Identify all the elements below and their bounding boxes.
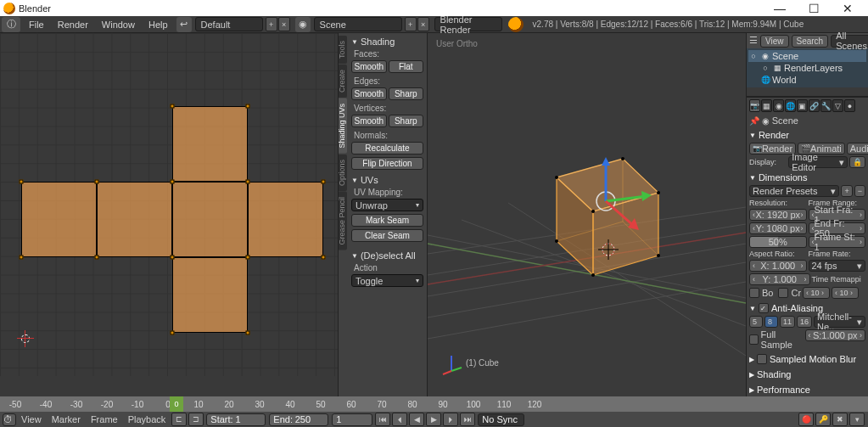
outliner-world[interactable]: 🌐World — [748, 74, 866, 86]
close-button[interactable]: ✕ — [831, 0, 865, 16]
tab-object-icon[interactable]: ▣ — [797, 99, 808, 112]
menu-file[interactable]: File — [22, 20, 51, 30]
outliner-view[interactable]: View — [760, 35, 789, 48]
timeline-frames[interactable]: 0 -50-40-30 -20-100 102030 405060 708090… — [0, 396, 868, 412]
aa-checkbox[interactable]: ✓ — [759, 303, 769, 313]
sync-mode[interactable]: No Sync — [478, 413, 524, 426]
outliner-renderlayers[interactable]: ○▦RenderLayers — [748, 62, 866, 74]
outliner-filter[interactable]: All Scenes — [831, 35, 868, 48]
tab-layers-icon[interactable]: ▦ — [761, 99, 772, 112]
uv-face[interactable] — [172, 257, 248, 333]
tab-tools[interactable]: Tools — [338, 36, 347, 64]
tab-constraints-icon[interactable]: 🔗 — [809, 99, 820, 112]
scene-add-button[interactable]: + — [405, 17, 417, 31]
fullsample-checkbox[interactable] — [749, 334, 759, 345]
verts-sharp-button[interactable]: Sharp — [389, 115, 424, 127]
unwrap-dropdown[interactable]: Unwrap▾ — [351, 199, 423, 211]
deselect-panel-header[interactable]: ▼(De)select All — [351, 249, 423, 262]
uv-face[interactable] — [248, 182, 323, 257]
minimize-button[interactable]: — — [763, 0, 797, 16]
aspect-x-field[interactable]: ‹X: 1.000› — [749, 260, 807, 272]
scene-field[interactable]: Scene — [314, 17, 402, 31]
aspect-y-field[interactable]: ‹Y: 1.000› — [749, 273, 810, 285]
back-scene-icon[interactable]: ↩ — [176, 17, 192, 32]
keyframe-next-icon[interactable]: ⏵ — [443, 413, 458, 426]
uvs-panel-header[interactable]: ▼UVs — [351, 173, 423, 187]
mark-seam-button[interactable]: Mark Seam — [351, 214, 423, 227]
uv-face[interactable] — [97, 182, 172, 257]
tab-scene-icon[interactable]: ◉ — [773, 99, 784, 112]
keying-set-icon[interactable]: ▾ — [849, 413, 865, 426]
shading-header[interactable]: ▶Shading — [749, 367, 865, 382]
timeline-view[interactable]: View — [16, 414, 47, 424]
jump-end-icon[interactable]: ⏭ — [460, 413, 475, 426]
keyframe-prev-icon[interactable]: ⏴ — [392, 413, 407, 426]
faces-smooth-button[interactable]: Smooth — [351, 60, 387, 73]
render-button[interactable]: 📷Render — [749, 143, 796, 155]
motionblur-header[interactable]: ▶Sampled Motion Blur — [749, 351, 865, 367]
timeline-type-icon[interactable]: ⏱ — [3, 413, 16, 426]
uv-unwrap[interactable] — [21, 106, 324, 334]
audio-button[interactable]: Audio — [847, 143, 868, 155]
editor-type-icon[interactable]: ⓘ — [2, 17, 20, 32]
tab-shading-uvs[interactable]: Shading UVs — [338, 98, 347, 154]
play-icon[interactable]: ▶ — [426, 413, 441, 426]
menu-help[interactable]: Help — [142, 20, 175, 30]
flip-direction-button[interactable]: Flip Direction — [351, 157, 423, 170]
screen-layout-field[interactable]: Default — [195, 17, 263, 31]
timeline-frame[interactable]: Frame — [86, 414, 123, 424]
aa-5[interactable]: 5 — [749, 316, 763, 328]
3d-viewport[interactable]: User Ortho — [428, 33, 746, 427]
recalculate-button[interactable]: Recalculate — [351, 142, 423, 155]
outliner-search[interactable]: Search — [792, 35, 829, 48]
new-field[interactable]: ‹ 10 › — [832, 287, 859, 299]
preset-del[interactable]: − — [854, 185, 865, 197]
timeline-playback[interactable]: Playback — [123, 414, 171, 424]
shading-panel-header[interactable]: ▼Shading — [351, 35, 423, 48]
keying-icon[interactable]: 🔑 — [815, 413, 831, 426]
lock-icon[interactable]: 🔒 — [849, 156, 865, 168]
aa-8[interactable]: 8 — [764, 316, 778, 328]
layout-add-button[interactable]: + — [266, 17, 277, 31]
tab-render-icon[interactable]: 📷 — [749, 99, 760, 112]
render-presets[interactable]: Render Presets▾ — [749, 185, 839, 197]
outliner-scene[interactable]: ○◉Scene — [748, 50, 866, 62]
current-frame-marker[interactable]: 0 — [170, 396, 183, 412]
frame-step-field[interactable]: ‹Frame St: 1› — [809, 236, 866, 248]
autokey-icon[interactable]: 🔴 — [798, 413, 814, 426]
keying-del-icon[interactable]: ✖ — [832, 413, 848, 426]
start-frame-input[interactable]: Start: 1 — [206, 413, 266, 426]
aa-filter-field[interactable]: Mitchell-Ne..▾ — [814, 316, 865, 328]
fps-field[interactable]: 24 fps▾ — [809, 260, 866, 272]
faces-flat-button[interactable]: Flat — [389, 60, 424, 73]
menu-window[interactable]: Window — [95, 20, 142, 30]
tab-grease[interactable]: Grease Pencil — [338, 192, 347, 250]
layout-del-button[interactable]: × — [278, 17, 290, 31]
display-field[interactable]: Image Editor▾ — [788, 156, 848, 168]
uv-face[interactable] — [172, 106, 248, 182]
border-checkbox[interactable] — [749, 288, 759, 298]
render-engine-field[interactable]: Blender Render — [434, 17, 502, 31]
render-header[interactable]: ▼Render — [749, 127, 865, 143]
clear-seam-button[interactable]: Clear Seam — [351, 229, 423, 242]
tab-material-icon[interactable]: ● — [844, 99, 855, 112]
aa-size-field[interactable]: ‹S:1.000 px› — [805, 329, 866, 341]
edges-sharp-button[interactable]: Sharp — [389, 87, 424, 100]
aa-11[interactable]: 11 — [780, 316, 795, 328]
tab-data-icon[interactable]: ▽ — [832, 99, 843, 112]
tab-create[interactable]: Create — [338, 65, 347, 98]
res-percent-field[interactable]: 50% — [749, 236, 807, 248]
performance-header[interactable]: ▶Performance — [749, 382, 865, 397]
end-frame-input[interactable]: End: 250 — [269, 413, 328, 426]
timeline-marker[interactable]: Marker — [47, 414, 86, 424]
range-icon[interactable]: ⊏ — [171, 413, 187, 426]
uv-face[interactable] — [21, 182, 97, 257]
range-icon[interactable]: ⊐ — [188, 413, 204, 426]
scene-del-button[interactable]: × — [417, 17, 429, 31]
aa-16[interactable]: 16 — [797, 316, 812, 328]
play-reverse-icon[interactable]: ◀ — [409, 413, 424, 426]
verts-smooth-button[interactable]: Smooth — [351, 115, 387, 127]
menu-render[interactable]: Render — [51, 20, 95, 30]
crop-checkbox[interactable] — [778, 288, 788, 298]
action-dropdown[interactable]: Toggle▾ — [351, 274, 423, 287]
